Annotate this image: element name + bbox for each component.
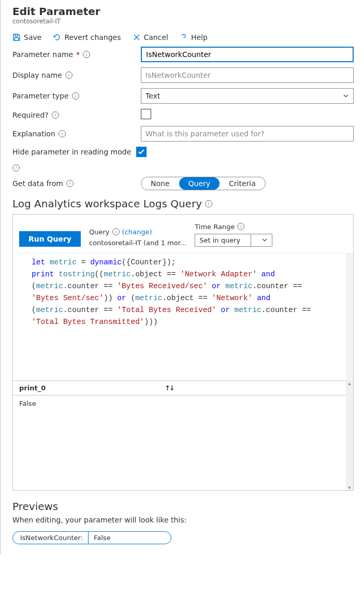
getdata-option-query[interactable]: Query bbox=[179, 177, 220, 190]
result-column-name: print_0 bbox=[19, 384, 46, 392]
revert-button[interactable]: Revert changes bbox=[53, 33, 121, 41]
info-icon[interactable] bbox=[112, 228, 120, 235]
change-scope-link[interactable]: (change) bbox=[122, 228, 152, 236]
getdata-option-none[interactable]: None bbox=[141, 177, 179, 190]
get-data-from-label: Get data from bbox=[12, 179, 141, 188]
page-subtitle: contosoretail-IT bbox=[12, 18, 354, 25]
query-section-title: Log Analytics workspace Logs Query bbox=[12, 197, 354, 210]
parameter-name-label: Parameter name * bbox=[12, 50, 141, 59]
hide-parameter-checkbox[interactable] bbox=[136, 147, 147, 157]
undo-icon bbox=[53, 33, 61, 41]
scroll-up-icon[interactable]: ▴ bbox=[348, 380, 351, 386]
explanation-input[interactable] bbox=[141, 126, 354, 142]
previews-subtitle: When editing, your parameter will look l… bbox=[12, 516, 354, 524]
result-header[interactable]: print_0 ↑↓ bbox=[13, 380, 353, 395]
info-icon[interactable] bbox=[66, 180, 74, 187]
save-icon bbox=[12, 33, 21, 41]
scroll-down-icon[interactable]: ▾ bbox=[348, 485, 351, 490]
query-scope-header: Query (change) bbox=[89, 228, 186, 236]
run-query-button[interactable]: Run Query bbox=[19, 231, 81, 247]
time-range-select[interactable]: Set in query bbox=[195, 234, 272, 247]
parameter-type-select[interactable]: Text bbox=[141, 88, 354, 104]
preview-pill-value: False bbox=[88, 532, 171, 544]
info-icon[interactable] bbox=[52, 111, 59, 119]
display-name-input[interactable] bbox=[141, 67, 354, 83]
info-icon[interactable] bbox=[83, 51, 90, 58]
query-editor[interactable]: let metric = dynamic({Counter}); print t… bbox=[13, 253, 353, 380]
page-title: Edit Parameter bbox=[12, 5, 354, 18]
hide-parameter-label: Hide parameter in reading mode bbox=[12, 147, 157, 172]
previews-title: Previews bbox=[12, 500, 354, 513]
info-icon[interactable] bbox=[12, 164, 20, 172]
save-button[interactable]: Save bbox=[12, 33, 41, 41]
chevron-down-icon bbox=[343, 93, 349, 99]
preview-pill-label: IsNetworkCounter: bbox=[13, 532, 88, 544]
toolbar: Save Revert changes Cancel Help bbox=[12, 33, 354, 41]
result-cell: False bbox=[19, 400, 36, 407]
query-scope-text: contosoretail-IT (and 1 mor... bbox=[89, 239, 186, 247]
display-name-label: Display name bbox=[12, 71, 141, 79]
parameter-name-input[interactable] bbox=[141, 47, 354, 62]
explanation-label: Explanation bbox=[12, 130, 141, 138]
header: Edit Parameter contosoretail-IT bbox=[12, 5, 354, 25]
required-asterisk: * bbox=[76, 50, 80, 59]
get-data-from-group: None Query Criteria bbox=[141, 177, 266, 190]
info-icon[interactable] bbox=[205, 200, 212, 207]
info-icon[interactable] bbox=[59, 130, 66, 137]
getdata-option-criteria[interactable]: Criteria bbox=[220, 177, 265, 190]
help-icon bbox=[180, 33, 188, 41]
info-icon[interactable] bbox=[72, 92, 79, 100]
result-body: False bbox=[13, 395, 353, 490]
required-checkbox[interactable] bbox=[141, 109, 151, 119]
parameter-type-label: Parameter type bbox=[12, 92, 141, 100]
cancel-button[interactable]: Cancel bbox=[133, 33, 168, 41]
query-box: Run Query Query (change) contosoretail-I… bbox=[12, 214, 354, 491]
help-button[interactable]: Help bbox=[180, 33, 208, 41]
chevron-down-icon bbox=[261, 237, 268, 243]
required-label: Required? bbox=[12, 111, 141, 119]
sort-icon[interactable]: ↑↓ bbox=[165, 384, 174, 392]
info-icon[interactable] bbox=[65, 72, 72, 79]
scrollbar[interactable]: ▴ ▾ bbox=[346, 380, 353, 490]
scrollbar[interactable] bbox=[346, 253, 353, 380]
info-icon[interactable] bbox=[237, 223, 244, 230]
preview-parameter-pill[interactable]: IsNetworkCounter: False bbox=[12, 531, 171, 544]
close-icon bbox=[133, 33, 141, 41]
check-icon bbox=[138, 148, 145, 155]
time-range-label: Time Range bbox=[195, 223, 272, 231]
